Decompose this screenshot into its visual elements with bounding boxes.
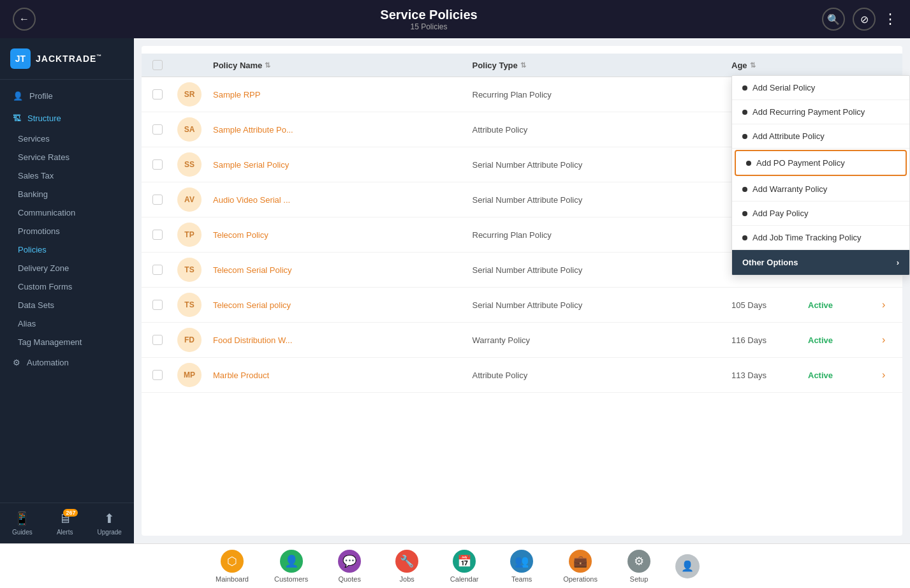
row-checkbox[interactable] — [152, 265, 163, 275]
row-checkbox[interactable] — [152, 159, 163, 170]
header-right: 🔍 ⊘ ⋮ — [822, 8, 897, 31]
user-avatar: 👤 — [675, 554, 700, 578]
sidebar-item-alias[interactable]: Alias — [0, 314, 134, 333]
upgrade-button[interactable]: ⬆ Upgrade — [98, 511, 122, 536]
row-checkbox[interactable] — [152, 370, 163, 380]
other-options-chevron: › — [897, 258, 899, 267]
sidebar-item-custom-forms[interactable]: Custom Forms — [0, 277, 134, 296]
th-policy-type[interactable]: Policy Type ⇅ — [465, 61, 724, 70]
nav-jobs[interactable]: 🔧 Jobs — [378, 545, 436, 588]
row-checkbox[interactable] — [152, 124, 163, 135]
delivery-zone-label: Delivery Zone — [18, 263, 69, 273]
nav-setup[interactable]: ⚙ Setup — [610, 545, 668, 588]
more-options-button[interactable]: ⋮ — [883, 11, 897, 27]
row-arrow[interactable]: › — [877, 299, 902, 311]
sidebar-item-banking[interactable]: Banking — [0, 185, 134, 203]
row-arrow[interactable]: › — [877, 334, 902, 346]
row-policy-name[interactable]: Food Distribution W... — [205, 335, 465, 345]
row-avatar: SR — [177, 82, 202, 107]
nav-operations[interactable]: 💼 Operations — [550, 545, 610, 588]
add-job-time-label: Add Job Time Tracking Policy — [752, 233, 862, 242]
sidebar-item-automation[interactable]: ⚙ Automation — [0, 351, 134, 374]
th-policy-name[interactable]: Policy Name ⇅ — [205, 61, 465, 70]
row-checkbox[interactable] — [152, 89, 163, 99]
add-job-time-item[interactable]: Add Job Time Tracking Policy — [732, 226, 909, 250]
row-avatar-cell: TS — [173, 293, 205, 317]
row-checkbox[interactable] — [152, 230, 163, 240]
nav-calendar[interactable]: 📅 Calendar — [436, 545, 493, 588]
table-row[interactable]: MP Marble Product Attribute Policy 113 D… — [142, 358, 902, 393]
nav-quotes[interactable]: 💬 Quotes — [321, 545, 378, 588]
th-age[interactable]: Age ⇅ — [724, 61, 800, 70]
sidebar-item-policies[interactable]: Policies — [0, 240, 134, 259]
row-policy-name[interactable]: Telecom Policy — [205, 230, 465, 240]
row-policy-name[interactable]: Marble Product — [205, 371, 465, 380]
other-options-item[interactable]: Other Options › — [732, 250, 909, 275]
sidebar-item-structure[interactable]: 🏗 Structure — [0, 107, 134, 129]
row-avatar-cell: FD — [173, 328, 205, 352]
add-warranty-policy-item[interactable]: Add Warranty Policy — [732, 177, 909, 202]
table-row[interactable]: FD Food Distribution W... Warranty Polic… — [142, 323, 902, 358]
row-avatar-cell: SA — [173, 117, 205, 142]
sidebar-item-sales-tax[interactable]: Sales Tax — [0, 166, 134, 185]
add-attribute-policy-item[interactable]: Add Attribute Policy — [732, 124, 909, 149]
row-checkbox[interactable] — [152, 335, 163, 345]
teams-icon: 👥 — [510, 550, 533, 573]
row-policy-type: Attribute Policy — [465, 371, 724, 380]
guides-button[interactable]: 📱 Guides — [12, 511, 33, 536]
alerts-button[interactable]: 🖥 267 Alerts — [57, 511, 73, 536]
quotes-label: Quotes — [338, 575, 360, 583]
custom-forms-label: Custom Forms — [18, 282, 72, 291]
guides-label: Guides — [12, 529, 33, 536]
nav-mainboard[interactable]: ⬡ Mainboard — [203, 545, 261, 588]
row-policy-name[interactable]: Telecom Serial policy — [205, 300, 465, 310]
row-policy-age: 113 Days — [724, 371, 800, 380]
row-policy-status: Active — [800, 335, 877, 345]
row-policy-name[interactable]: Telecom Serial Policy — [205, 265, 465, 275]
select-all-checkbox[interactable] — [152, 60, 163, 70]
sort-policy-type-icon[interactable]: ⇅ — [520, 61, 526, 70]
nav-customers[interactable]: 👤 Customers — [261, 545, 321, 588]
filter-button[interactable]: ⊘ — [853, 8, 876, 31]
row-policy-name[interactable]: Sample RPP — [205, 90, 465, 99]
search-button[interactable]: 🔍 — [822, 8, 845, 31]
sort-policy-name-icon[interactable]: ⇅ — [265, 61, 270, 70]
header-left: ← — [13, 8, 36, 31]
sort-age-icon[interactable]: ⇅ — [750, 61, 756, 70]
other-options-label: Other Options — [742, 258, 798, 267]
table-row[interactable]: TS Telecom Serial policy Serial Number A… — [142, 288, 902, 323]
row-avatar-cell: AV — [173, 187, 205, 212]
sidebar-item-communication[interactable]: Communication — [0, 203, 134, 222]
dot-icon — [742, 235, 747, 240]
row-policy-age: 116 Days — [724, 335, 800, 345]
add-recurring-label: Add Recurring Payment Policy — [752, 107, 865, 117]
row-arrow[interactable]: › — [877, 369, 902, 381]
row-checkbox[interactable] — [152, 300, 163, 310]
th-policy-type-label: Policy Type — [473, 61, 518, 70]
row-policy-name[interactable]: Sample Serial Policy — [205, 160, 465, 170]
sidebar-item-promotions[interactable]: Promotions — [0, 222, 134, 240]
add-po-payment-item[interactable]: Add PO Payment Policy — [735, 150, 907, 176]
mainboard-label: Mainboard — [216, 575, 249, 583]
sidebar-item-tag-management[interactable]: Tag Management — [0, 333, 134, 351]
row-avatar-cell: TP — [173, 223, 205, 247]
sidebar-item-services[interactable]: Services — [0, 129, 134, 148]
add-serial-policy-item[interactable]: Add Serial Policy — [732, 76, 909, 100]
sidebar-item-service-rates[interactable]: Service Rates — [0, 148, 134, 166]
sidebar-item-delivery-zone[interactable]: Delivery Zone — [0, 259, 134, 277]
back-button[interactable]: ← — [13, 8, 36, 31]
logo-icon: JT — [10, 48, 31, 69]
sidebar-item-profile[interactable]: 👤 Profile — [0, 85, 134, 107]
nav-teams[interactable]: 👥 Teams — [493, 545, 550, 588]
row-checkbox[interactable] — [152, 195, 163, 205]
content-area: Policy Name ⇅ Policy Type ⇅ Age ⇅ — [134, 38, 910, 543]
jobs-icon: 🔧 — [395, 550, 418, 573]
sidebar-item-data-sets[interactable]: Data Sets — [0, 296, 134, 314]
row-policy-name[interactable]: Sample Attribute Po... — [205, 125, 465, 135]
row-policy-type: Serial Number Attribute Policy — [465, 195, 724, 205]
add-pay-policy-item[interactable]: Add Pay Policy — [732, 202, 909, 226]
user-avatar-bottom[interactable]: 👤 — [668, 554, 707, 578]
add-recurring-payment-item[interactable]: Add Recurring Payment Policy — [732, 100, 909, 124]
row-policy-name[interactable]: Audio Video Serial ... — [205, 195, 465, 205]
row-avatar: MP — [177, 363, 202, 387]
